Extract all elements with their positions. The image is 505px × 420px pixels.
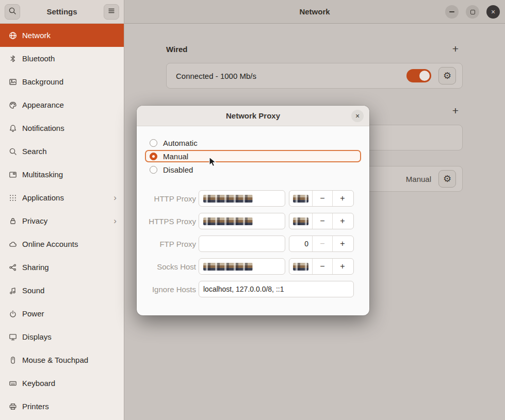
search-button[interactable] <box>5 4 20 20</box>
lock-icon <box>9 217 17 225</box>
sidebar-item-multitasking[interactable]: Multitasking <box>0 163 124 186</box>
sidebar-item-search[interactable]: Search <box>0 140 124 163</box>
sidebar-item-label: Multitasking <box>22 170 63 179</box>
chevron-right-icon: › <box>113 216 117 225</box>
sidebar-item-mouse-touchpad[interactable]: Mouse & Touchpad <box>0 348 124 372</box>
settings-window: Settings Network Bluetooth Background Ap… <box>0 0 505 420</box>
sidebar-item-network[interactable]: Network <box>0 24 124 47</box>
redacted-port-value <box>293 263 308 271</box>
maximize-button[interactable] <box>466 5 479 19</box>
sidebar-item-label: Sharing <box>22 263 49 272</box>
close-dialog-button[interactable]: × <box>351 110 364 122</box>
proxy-method-group: Automatic Manual Disabled <box>137 126 369 176</box>
wired-settings-button[interactable]: ⚙ <box>438 67 456 85</box>
increment-button[interactable]: + <box>332 191 352 206</box>
minimize-button[interactable] <box>445 5 459 19</box>
printer-icon <box>9 402 17 411</box>
proxy-method-manual[interactable]: Manual <box>145 150 361 162</box>
socks-host-row: Socks Host − + <box>145 258 369 275</box>
background-icon <box>9 78 17 86</box>
sidebar-item-notifications[interactable]: Notifications <box>0 116 124 140</box>
socks-host-label: Socks Host <box>145 262 196 271</box>
chevron-right-icon: › <box>113 193 117 202</box>
monitor-icon <box>9 333 17 341</box>
proxy-settings-button[interactable]: ⚙ <box>438 170 456 188</box>
sidebar-item-background[interactable]: Background <box>0 70 124 93</box>
sidebar-item-power[interactable]: Power <box>0 302 124 325</box>
sidebar: Settings Network Bluetooth Background Ap… <box>0 0 124 420</box>
sidebar-item-sharing[interactable]: Sharing <box>0 256 124 279</box>
ignore-hosts-input[interactable]: localhost, 127.0.0.0/8, ::1 <box>199 281 354 297</box>
proxy-method-disabled[interactable]: Disabled <box>145 163 361 176</box>
minimize-icon <box>449 11 454 12</box>
ftp-proxy-input[interactable] <box>199 236 285 252</box>
wired-toggle[interactable] <box>406 69 431 82</box>
sidebar-item-online-accounts[interactable]: Online Accounts <box>0 232 124 256</box>
decrement-button[interactable]: − <box>312 213 332 229</box>
redacted-host-value <box>203 263 253 271</box>
bell-icon <box>9 124 17 132</box>
sidebar-item-applications[interactable]: Applications › <box>0 186 124 209</box>
dialog-title: Network Proxy <box>226 111 280 120</box>
increment-button[interactable]: + <box>332 213 352 229</box>
close-icon: × <box>355 112 360 120</box>
sidebar-item-privacy[interactable]: Privacy › <box>0 209 124 232</box>
proxy-method-automatic[interactable]: Automatic <box>145 137 361 149</box>
https-proxy-label: HTTPS Proxy <box>145 217 196 226</box>
gear-icon: ⚙ <box>443 173 451 184</box>
bluetooth-icon <box>9 55 17 63</box>
sidebar-item-displays[interactable]: Displays <box>0 325 124 348</box>
sidebar-item-label: Online Accounts <box>22 240 78 248</box>
http-proxy-port-spinner[interactable]: − + <box>289 190 354 207</box>
sidebar-item-bluetooth[interactable]: Bluetooth <box>0 47 124 70</box>
sidebar-item-label: Background <box>22 77 63 86</box>
sidebar-item-keyboard[interactable]: Keyboard <box>0 372 124 395</box>
sidebar-item-sound[interactable]: Sound <box>0 279 124 302</box>
sidebar-item-label: Notifications <box>22 124 64 132</box>
socks-port-spinner[interactable]: − + <box>289 258 354 275</box>
gear-icon: ⚙ <box>443 70 451 81</box>
sidebar-title: Settings <box>20 7 104 16</box>
app-grid-icon <box>9 194 17 202</box>
sidebar-item-label: Privacy <box>22 216 47 225</box>
cloud-icon <box>9 240 17 248</box>
redacted-host-value <box>203 217 253 225</box>
socks-host-input[interactable] <box>199 258 285 275</box>
sidebar-item-label: Search <box>22 147 47 156</box>
sidebar-item-appearance[interactable]: Appearance <box>0 93 124 116</box>
window-controls: × <box>445 5 500 19</box>
search-icon <box>9 147 17 156</box>
radio-unchecked-icon <box>150 139 157 147</box>
dialog-headerbar: Network Proxy × <box>137 106 369 126</box>
http-proxy-input[interactable] <box>199 190 285 207</box>
socks-port-value <box>289 259 312 274</box>
add-wired-connection-button[interactable]: + <box>448 42 463 56</box>
close-window-button[interactable]: × <box>486 5 500 19</box>
add-vpn-button[interactable]: + <box>448 104 463 118</box>
ftp-proxy-port-spinner[interactable]: 0 − + <box>289 236 354 252</box>
https-proxy-row: HTTPS Proxy − + <box>145 213 369 229</box>
increment-button[interactable]: + <box>332 259 352 274</box>
sidebar-item-printers[interactable]: Printers <box>0 395 124 418</box>
primary-menu-button[interactable] <box>104 4 119 20</box>
https-proxy-port-spinner[interactable]: − + <box>289 213 354 229</box>
wired-connection-row[interactable]: Connected - 1000 Mb/s ⚙ <box>166 63 463 89</box>
page-title: Network <box>299 7 330 16</box>
decrement-button[interactable]: − <box>312 191 332 206</box>
share-icon <box>9 263 17 272</box>
ftp-proxy-row: FTP Proxy 0 − + <box>145 236 369 252</box>
ftp-proxy-label: FTP Proxy <box>145 240 196 248</box>
network-proxy-dialog: Network Proxy × Automatic Manual Disable… <box>137 106 369 315</box>
appearance-icon <box>9 101 17 109</box>
search-icon <box>8 7 17 17</box>
multitasking-icon <box>9 171 17 179</box>
https-proxy-input[interactable] <box>199 213 285 229</box>
radio-checked-icon <box>150 153 157 160</box>
sidebar-item-label: Sound <box>22 286 44 295</box>
increment-button[interactable]: + <box>332 236 352 251</box>
radio-label: Automatic <box>163 139 198 147</box>
sidebar-item-label: Displays <box>22 332 52 341</box>
decrement-button[interactable]: − <box>312 259 332 274</box>
decrement-button[interactable]: − <box>312 236 332 251</box>
close-icon: × <box>491 8 495 16</box>
